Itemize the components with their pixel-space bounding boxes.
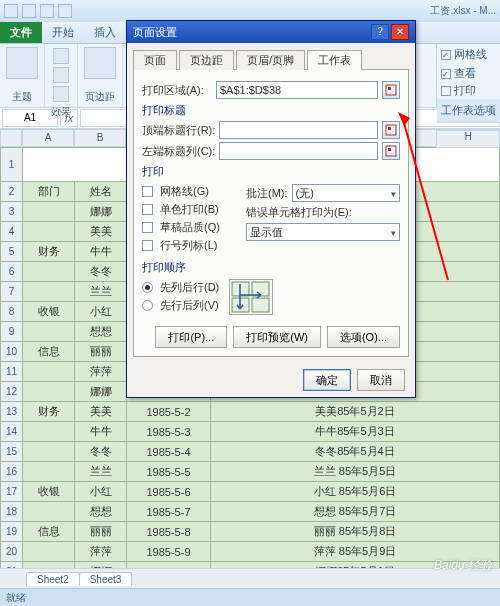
- cell[interactable]: [23, 222, 75, 242]
- print-area-ref-button[interactable]: [382, 81, 400, 99]
- dialog-help-button[interactable]: ?: [371, 24, 389, 40]
- cell[interactable]: 丽丽: [75, 522, 127, 542]
- row-header[interactable]: 5: [1, 242, 23, 262]
- cell[interactable]: 兰兰 85年5月5日: [211, 462, 500, 482]
- order-down-radio[interactable]: [142, 282, 153, 293]
- cell[interactable]: [23, 502, 75, 522]
- cell[interactable]: 萍萍: [75, 542, 127, 562]
- cell[interactable]: 牛牛: [75, 242, 127, 262]
- row-header[interactable]: 10: [1, 342, 23, 362]
- name-box[interactable]: A1: [2, 109, 58, 127]
- row-header[interactable]: 2: [1, 182, 23, 202]
- cancel-button[interactable]: 取消: [357, 369, 405, 391]
- row-header[interactable]: 11: [1, 362, 23, 382]
- cell[interactable]: 小红 85年5月6日: [211, 482, 500, 502]
- margins-icon[interactable]: [84, 47, 116, 79]
- cell[interactable]: 娜娜: [75, 382, 127, 402]
- cell[interactable]: 收银: [23, 302, 75, 322]
- row-header[interactable]: 9: [1, 322, 23, 342]
- effects-icon[interactable]: [53, 86, 69, 102]
- dlg-tab-sheet[interactable]: 工作表: [307, 50, 362, 70]
- colors-icon[interactable]: [53, 48, 69, 64]
- cell[interactable]: 萍萍 85年5月9日: [211, 542, 500, 562]
- dialog-close-button[interactable]: ✕: [391, 24, 409, 40]
- fonts-icon[interactable]: [53, 67, 69, 83]
- cell[interactable]: 萍萍: [75, 362, 127, 382]
- cell[interactable]: [23, 542, 75, 562]
- sheet-tab-2[interactable]: Sheet2: [26, 572, 80, 586]
- row-header[interactable]: 17: [1, 482, 23, 502]
- cell[interactable]: 财务: [23, 402, 75, 422]
- themes-icon[interactable]: [6, 47, 38, 79]
- row-header[interactable]: 3: [1, 202, 23, 222]
- cell[interactable]: 美美: [75, 222, 127, 242]
- row-header[interactable]: 14: [1, 422, 23, 442]
- dialog-titlebar[interactable]: 页面设置 ? ✕: [127, 21, 415, 43]
- qat-redo-icon[interactable]: [40, 4, 54, 18]
- cell[interactable]: 美美: [75, 402, 127, 422]
- cell[interactable]: 丽丽 85年5月8日: [211, 522, 500, 542]
- fx-icon[interactable]: fx: [60, 109, 78, 127]
- rowcol-checkbox[interactable]: [142, 240, 153, 251]
- cell[interactable]: 美美85年5月2日: [211, 402, 500, 422]
- cell[interactable]: [23, 202, 75, 222]
- cell[interactable]: [23, 442, 75, 462]
- cell[interactable]: [23, 422, 75, 442]
- ribbon-tab-file[interactable]: 文件: [0, 22, 42, 43]
- cell[interactable]: 小红: [75, 302, 127, 322]
- ribbon-tab-home[interactable]: 开始: [42, 22, 84, 43]
- cell[interactable]: 娜娜: [75, 202, 127, 222]
- cell[interactable]: 姓名: [75, 182, 127, 202]
- cell[interactable]: [23, 262, 75, 282]
- cell[interactable]: 小红: [75, 482, 127, 502]
- qat-print-icon[interactable]: [58, 4, 72, 18]
- comments-select[interactable]: (无): [292, 184, 400, 202]
- cell[interactable]: 丽丽: [75, 342, 127, 362]
- cell[interactable]: 信息: [23, 522, 75, 542]
- ok-button[interactable]: 确定: [303, 369, 351, 391]
- print-check-icon[interactable]: [441, 86, 451, 96]
- errors-select[interactable]: 显示值: [246, 223, 400, 241]
- cell[interactable]: 兰兰: [75, 462, 127, 482]
- gridlines-checkbox[interactable]: [142, 186, 153, 197]
- select-all-corner[interactable]: [0, 129, 22, 147]
- cell[interactable]: 1985-5-6: [127, 482, 211, 502]
- gridlines-check-icon[interactable]: [441, 50, 451, 60]
- cell[interactable]: 兰兰: [75, 282, 127, 302]
- print-area-input[interactable]: $A$1:$D$38: [216, 81, 378, 99]
- top-rows-ref-button[interactable]: [382, 121, 400, 139]
- mono-checkbox[interactable]: [142, 204, 153, 215]
- cell[interactable]: [23, 382, 75, 402]
- cell[interactable]: 部门: [23, 182, 75, 202]
- qat-undo-icon[interactable]: [22, 4, 36, 18]
- cell[interactable]: 财务: [23, 242, 75, 262]
- cell[interactable]: [23, 282, 75, 302]
- sheet-tab-3[interactable]: Sheet3: [79, 572, 133, 586]
- order-over-radio[interactable]: [142, 300, 153, 311]
- cell[interactable]: 牛牛: [75, 422, 127, 442]
- cell[interactable]: 1985-5-7: [127, 502, 211, 522]
- cell[interactable]: 想想: [75, 322, 127, 342]
- left-cols-ref-button[interactable]: [382, 142, 400, 160]
- cell[interactable]: 1985-5-4: [127, 442, 211, 462]
- cell[interactable]: 1985-5-3: [127, 422, 211, 442]
- row-header[interactable]: 4: [1, 222, 23, 242]
- view-check-icon[interactable]: [441, 69, 451, 79]
- cell[interactable]: 冬冬85年5月4日: [211, 442, 500, 462]
- cell[interactable]: 牛牛85年5月3日: [211, 422, 500, 442]
- cell[interactable]: 想想: [75, 502, 127, 522]
- cell[interactable]: 想想 85年5月7日: [211, 502, 500, 522]
- cell[interactable]: 1985-5-8: [127, 522, 211, 542]
- col-header-B[interactable]: B: [74, 129, 126, 147]
- row-header[interactable]: 8: [1, 302, 23, 322]
- cell[interactable]: [23, 462, 75, 482]
- print-button[interactable]: 打印(P)...: [155, 326, 227, 348]
- dlg-tab-margins[interactable]: 页边距: [179, 50, 234, 70]
- cell[interactable]: 1985-5-5: [127, 462, 211, 482]
- cell[interactable]: 收银: [23, 482, 75, 502]
- cell[interactable]: 冬冬: [75, 442, 127, 462]
- preview-button[interactable]: 打印预览(W): [233, 326, 321, 348]
- cell[interactable]: 信息: [23, 342, 75, 362]
- options-button[interactable]: 选项(O)...: [327, 326, 400, 348]
- row-header[interactable]: 20: [1, 542, 23, 562]
